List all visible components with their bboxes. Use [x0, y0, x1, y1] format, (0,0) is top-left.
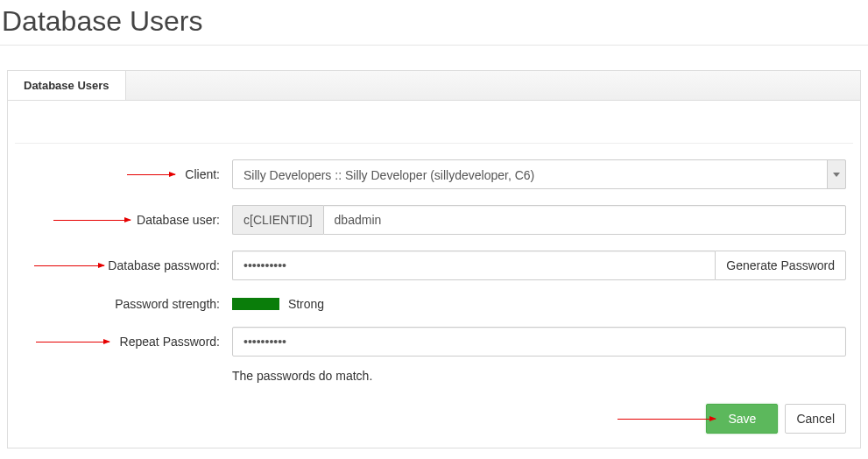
- repeat-password-label: Repeat Password:: [15, 335, 232, 349]
- password-strength-label: Password strength:: [15, 297, 232, 311]
- password-match-message: The passwords do match.: [232, 369, 846, 383]
- client-label: Client:: [15, 167, 232, 181]
- annotation-arrow-icon: [617, 419, 716, 420]
- repeat-password-input[interactable]: [232, 327, 846, 357]
- db-password-label: Database password:: [15, 258, 232, 272]
- db-password-input[interactable]: [232, 251, 715, 280]
- cancel-button[interactable]: Cancel: [785, 404, 846, 434]
- strength-bar: [232, 298, 279, 310]
- client-select-value: Silly Developers :: Silly Developer (sil…: [232, 159, 846, 189]
- db-user-prefix: c[CLIENTID]: [232, 205, 323, 235]
- tab-database-users[interactable]: Database Users: [8, 71, 126, 100]
- tab-bar: Database Users: [7, 70, 861, 100]
- generate-password-button[interactable]: Generate Password: [715, 251, 846, 280]
- form-panel: Client: Silly Developers :: Silly Develo…: [7, 100, 861, 448]
- strength-text: Strong: [288, 297, 324, 311]
- client-select[interactable]: Silly Developers :: Silly Developer (sil…: [232, 159, 846, 189]
- db-user-label: Database user:: [15, 213, 232, 227]
- dropdown-caret[interactable]: [827, 159, 846, 189]
- chevron-down-icon: [833, 173, 840, 177]
- divider: [15, 143, 853, 144]
- db-user-input[interactable]: [323, 205, 846, 235]
- page-title: Database Users: [0, 0, 868, 46]
- save-button[interactable]: Save: [706, 404, 778, 434]
